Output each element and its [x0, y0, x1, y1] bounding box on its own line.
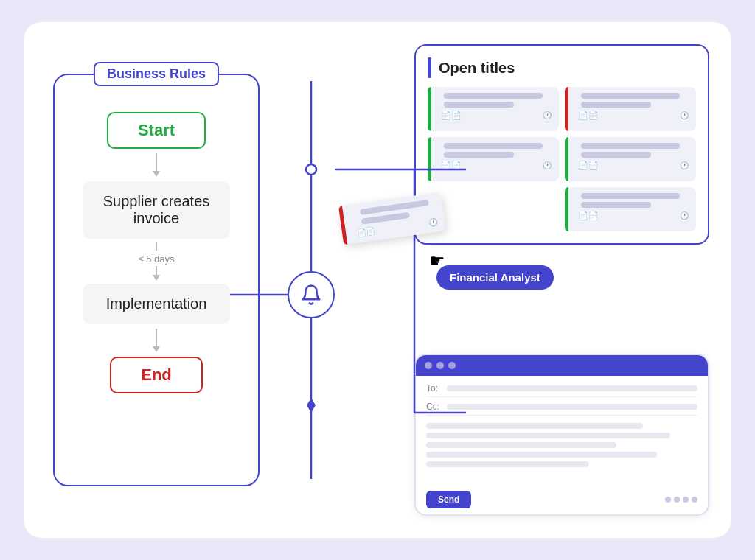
implementation-box: Implementation [83, 284, 230, 324]
email-panel: To: Cc: Send [414, 354, 709, 516]
svg-point-6 [306, 164, 316, 175]
start-box: Start [107, 112, 206, 149]
title-line-3b [444, 152, 514, 158]
title-card-1[interactable]: 📄📄 🕐 [428, 87, 559, 131]
footer-dot-3 [683, 497, 689, 503]
bell-icon [300, 284, 322, 306]
email-to-value [447, 385, 697, 391]
titles-grid: 📄📄 🕐 📄📄 🕐 📄📄 [428, 87, 696, 231]
email-cc-row: Cc: [426, 402, 697, 416]
clock-2: 🕐 [680, 111, 689, 119]
email-cc-label: Cc: [426, 402, 441, 412]
title-card-6[interactable]: 📄📄 🕐 [565, 187, 696, 231]
doc-icon-6: 📄📄 [578, 211, 599, 220]
financial-analyst-badge: Financial Analyst [436, 265, 554, 290]
open-titles-header: Open titles [428, 57, 696, 78]
email-to-row: To: [426, 383, 697, 397]
main-container: Business Rules Start Supplier creates in… [24, 22, 731, 538]
end-box: End [110, 357, 203, 393]
footer-dot-2 [674, 497, 680, 503]
title-card-3[interactable]: 📄📄 🕐 [428, 137, 559, 181]
clock-4: 🕐 [680, 161, 689, 169]
implementation-label: Implementation [106, 295, 207, 312]
doc-icon-2: 📄📄 [578, 111, 599, 120]
email-send-button[interactable]: Send [426, 491, 471, 508]
doc-icon-1: 📄📄 [441, 111, 462, 120]
accent-green-3 [428, 137, 431, 181]
email-body: To: Cc: [416, 376, 708, 475]
title-line-2a [581, 93, 680, 99]
financial-analyst-label: Financial Analyst [450, 271, 540, 284]
email-dot-1 [425, 362, 432, 369]
clock-1: 🕐 [543, 111, 552, 119]
start-label: Start [138, 121, 175, 139]
title-line-4a [581, 143, 680, 149]
flow-items: Start Supplier creates invoice ≤ 5 days … [77, 105, 236, 393]
open-titles-title: Open titles [439, 60, 515, 77]
title-card-2[interactable]: 📄📄 🕐 [565, 87, 696, 131]
business-rules-label: Business Rules [94, 62, 219, 86]
supplier-invoice-label: Supplier creates invoice [103, 193, 210, 226]
title-line-6a [581, 193, 680, 199]
title-line-2b [581, 102, 651, 108]
email-to-label: To: [426, 383, 441, 393]
email-dot-3 [448, 362, 456, 369]
title-line-1a [444, 93, 543, 99]
email-dot-2 [436, 362, 444, 369]
floating-doc-icon: 📄📄 [357, 227, 375, 237]
title-line-1b [444, 102, 514, 108]
title-card-footer-2: 📄📄 🕐 [578, 111, 689, 120]
cursor-hand: ☛ [429, 251, 445, 271]
clock-6: 🕐 [680, 211, 689, 220]
email-titlebar [416, 355, 708, 376]
open-titles-accent [428, 57, 431, 78]
footer-dot-4 [692, 497, 697, 503]
floating-card-accent [338, 206, 347, 245]
email-line-5 [426, 461, 589, 467]
title-line-6b [581, 202, 651, 208]
doc-icon-4: 📄📄 [578, 161, 599, 170]
accent-green-6 [565, 187, 568, 231]
duration-label: ≤ 5 days [138, 253, 174, 265]
email-line-1 [426, 423, 643, 429]
title-card-4[interactable]: 📄📄 🕐 [565, 137, 696, 181]
email-line-2 [426, 433, 670, 438]
supplier-invoice-box: Supplier creates invoice [83, 181, 230, 239]
bell-circle[interactable] [288, 271, 335, 318]
email-cc-value [447, 404, 697, 410]
accent-red-2 [565, 87, 568, 131]
title-card-footer-1: 📄📄 🕐 [441, 111, 552, 120]
email-content [426, 423, 697, 467]
footer-dot-1 [665, 497, 671, 503]
arrow-down-2 [153, 329, 160, 352]
arrow-down-1 [153, 153, 160, 177]
business-rules-panel: Business Rules Start Supplier creates in… [53, 74, 260, 486]
title-line-4b [581, 152, 651, 158]
accent-green-4 [565, 137, 568, 181]
title-line-3a [444, 143, 543, 149]
open-titles-panel: Open titles 📄📄 🕐 📄📄 🕐 [414, 44, 709, 245]
floating-clock-icon: 🕐 [428, 218, 438, 228]
email-footer: Send [416, 485, 708, 514]
clock-3: 🕐 [543, 161, 552, 169]
accent-green-1 [428, 87, 431, 131]
doc-icon-3: 📄📄 [441, 161, 462, 170]
email-line-3 [426, 442, 616, 448]
email-footer-dots [665, 497, 697, 503]
title-card-footer-3: 📄📄 🕐 [441, 161, 552, 170]
email-line-4 [426, 452, 657, 458]
title-card-footer-6: 📄📄 🕐 [578, 211, 689, 220]
end-label: End [141, 365, 172, 384]
title-card-footer-4: 📄📄 🕐 [578, 161, 689, 170]
business-rules-title: Business Rules [107, 66, 206, 81]
